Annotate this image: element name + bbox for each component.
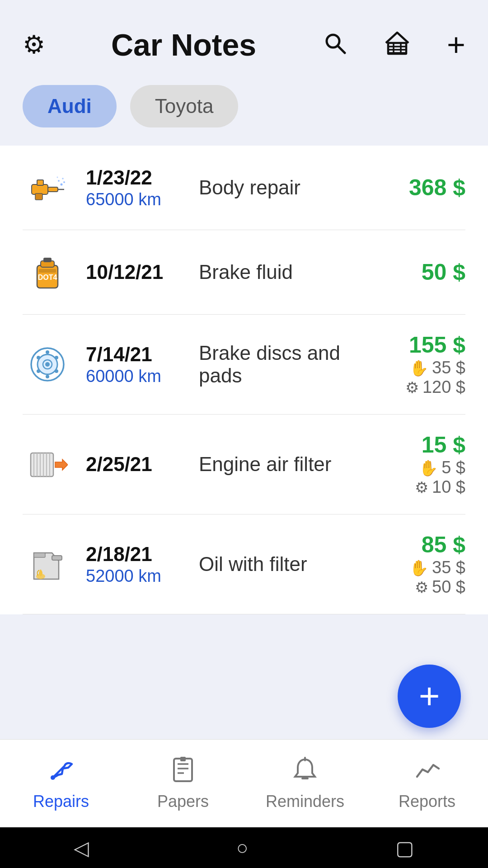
repair-item[interactable]: 2/25/21 Engine air filter 15 $ ✋ 5 $ ⚙ 1… bbox=[23, 415, 465, 514]
svg-text:DOT4: DOT4 bbox=[38, 274, 57, 281]
repair-description: Brake fluid bbox=[199, 261, 357, 283]
svg-rect-22 bbox=[39, 269, 56, 273]
repair-date: 1/23/22 bbox=[86, 166, 185, 190]
header-actions: + bbox=[322, 29, 465, 61]
repair-date-block: 2/25/21 bbox=[86, 453, 185, 476]
svg-point-30 bbox=[46, 375, 49, 378]
add-icon[interactable]: + bbox=[447, 29, 465, 61]
repairs-icon bbox=[47, 756, 75, 788]
svg-marker-40 bbox=[55, 459, 68, 470]
svg-point-31 bbox=[37, 369, 40, 373]
repair-km: 52000 km bbox=[86, 566, 185, 586]
svg-point-13 bbox=[63, 181, 65, 183]
fab-add-icon: + bbox=[419, 678, 440, 714]
repair-cost-total: 155 $ bbox=[371, 332, 465, 358]
svg-point-26 bbox=[45, 362, 50, 367]
papers-icon bbox=[169, 756, 197, 788]
repair-description: Engine air filter bbox=[199, 453, 357, 476]
car-tabs: Audi Toyota bbox=[0, 76, 488, 146]
svg-rect-17 bbox=[35, 193, 42, 200]
labor-icon: ✋ bbox=[409, 359, 428, 377]
labor-value: 35 $ bbox=[432, 358, 465, 377]
nav-item-repairs[interactable]: Repairs bbox=[0, 740, 122, 827]
repair-item[interactable]: 1/23/22 65000 km Body repair 368 $ bbox=[23, 146, 465, 230]
repair-description: Oil with filter bbox=[199, 553, 357, 576]
repair-date: 7/14/21 bbox=[86, 343, 185, 367]
svg-point-12 bbox=[61, 184, 63, 186]
repair-date-block: 2/18/21 52000 km bbox=[86, 542, 185, 586]
repair-km: 65000 km bbox=[86, 190, 185, 209]
repair-parts-cost: ⚙ 120 $ bbox=[371, 377, 465, 397]
back-button[interactable]: ◁ bbox=[74, 836, 89, 859]
svg-rect-50 bbox=[180, 757, 186, 761]
svg-point-27 bbox=[46, 350, 49, 354]
repair-labor-cost: ✋ 35 $ bbox=[371, 358, 465, 377]
repair-description: Brake discs and pads bbox=[199, 342, 357, 387]
svg-rect-20 bbox=[43, 258, 52, 262]
settings-icon[interactable]: ⚙ bbox=[23, 32, 45, 57]
repair-icon-disc bbox=[23, 340, 72, 389]
labor-value: 35 $ bbox=[432, 558, 465, 577]
repair-cost-block: 50 $ bbox=[371, 259, 465, 285]
repair-item[interactable]: DOT4 10/12/21 Brake fluid 50 $ bbox=[23, 230, 465, 315]
papers-label: Papers bbox=[157, 792, 209, 811]
parts-value: 50 $ bbox=[432, 577, 465, 597]
repair-labor-cost: ✋ 35 $ bbox=[371, 558, 465, 577]
repair-cost-total: 368 $ bbox=[371, 175, 465, 201]
repair-icon-spray bbox=[23, 163, 72, 212]
recents-button[interactable]: ▢ bbox=[395, 836, 414, 859]
tab-toyota[interactable]: Toyota bbox=[130, 85, 239, 127]
home-button[interactable]: ○ bbox=[236, 836, 249, 859]
repair-parts-cost: ⚙ 10 $ bbox=[371, 477, 465, 497]
repair-km: 60000 km bbox=[86, 367, 185, 386]
parts-icon: ⚙ bbox=[415, 478, 428, 496]
repair-item[interactable]: 2/18/21 52000 km Oil with filter 85 $ ✋ … bbox=[23, 514, 465, 614]
parts-value: 120 $ bbox=[422, 377, 465, 397]
reminders-label: Reminders bbox=[266, 792, 344, 811]
svg-point-14 bbox=[58, 180, 60, 182]
nav-item-reports[interactable]: Reports bbox=[366, 740, 488, 827]
svg-rect-43 bbox=[52, 556, 62, 560]
repair-description: Body repair bbox=[199, 176, 357, 199]
svg-point-16 bbox=[57, 177, 58, 178]
repair-date-block: 10/12/21 bbox=[86, 260, 185, 284]
parts-icon: ⚙ bbox=[415, 578, 428, 596]
repair-cost-total: 15 $ bbox=[371, 432, 465, 458]
svg-point-45 bbox=[51, 775, 55, 780]
system-navigation-bar: ◁ ○ ▢ bbox=[0, 827, 488, 868]
reports-icon bbox=[413, 756, 441, 788]
bottom-navigation: Repairs Papers Reminders bbox=[0, 739, 488, 827]
repair-parts-cost: ⚙ 50 $ bbox=[371, 577, 465, 597]
repair-cost-block: 155 $ ✋ 35 $ ⚙ 120 $ bbox=[371, 332, 465, 397]
repair-cost-total: 85 $ bbox=[371, 532, 465, 558]
svg-rect-9 bbox=[48, 187, 58, 192]
app-title: Car Notes bbox=[45, 27, 322, 62]
repair-cost-block: 15 $ ✋ 5 $ ⚙ 10 $ bbox=[371, 432, 465, 497]
header: ⚙ Car Notes + bbox=[0, 0, 488, 76]
repair-date-block: 7/14/21 60000 km bbox=[86, 343, 185, 386]
svg-point-29 bbox=[55, 369, 58, 373]
garage-icon[interactable] bbox=[384, 30, 411, 60]
svg-point-32 bbox=[37, 356, 40, 359]
svg-rect-8 bbox=[32, 184, 48, 194]
repair-item[interactable]: 7/14/21 60000 km Brake discs and pads 15… bbox=[23, 315, 465, 415]
nav-item-reminders[interactable]: Reminders bbox=[244, 740, 366, 827]
labor-value: 5 $ bbox=[441, 458, 465, 477]
fab-add-button[interactable]: + bbox=[398, 665, 461, 728]
svg-point-15 bbox=[62, 178, 64, 179]
repair-date-block: 1/23/22 65000 km bbox=[86, 166, 185, 209]
svg-point-28 bbox=[55, 356, 58, 359]
repair-date: 10/12/21 bbox=[86, 260, 185, 284]
repair-icon-oil bbox=[23, 539, 72, 589]
tab-audi[interactable]: Audi bbox=[23, 85, 117, 127]
repair-cost-block: 85 $ ✋ 35 $ ⚙ 50 $ bbox=[371, 532, 465, 597]
nav-item-papers[interactable]: Papers bbox=[122, 740, 244, 827]
svg-rect-10 bbox=[37, 180, 43, 185]
repairs-label: Repairs bbox=[33, 792, 89, 811]
search-icon[interactable] bbox=[322, 30, 347, 60]
repair-icon-fluid: DOT4 bbox=[23, 247, 72, 297]
labor-icon: ✋ bbox=[419, 459, 438, 477]
repair-cost-total: 50 $ bbox=[371, 259, 465, 285]
repair-labor-cost: ✋ 5 $ bbox=[371, 458, 465, 477]
reports-label: Reports bbox=[399, 792, 455, 811]
